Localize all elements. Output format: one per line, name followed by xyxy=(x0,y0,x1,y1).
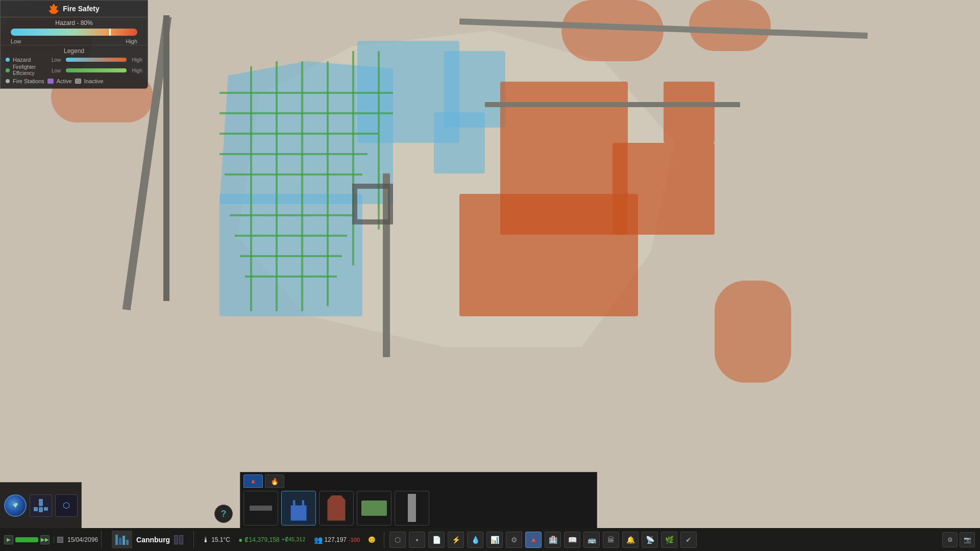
money-stat: ● ₡14,379,158 +₡45,312 xyxy=(238,536,306,544)
date-display: 15/04/2096 xyxy=(67,536,98,543)
inactive-station-icon xyxy=(75,79,81,84)
population-change: -100 xyxy=(349,537,360,543)
toolbar-tab-fire[interactable]: 🔺 xyxy=(243,474,263,488)
road-v-5 xyxy=(352,51,354,265)
info-icon-zoning[interactable]: ⬡ xyxy=(389,532,406,548)
freeway-2 xyxy=(163,15,169,301)
efficiency-legend-label: Firefighter Efficiency xyxy=(13,64,48,77)
info-icon-parks[interactable]: 🏛 xyxy=(603,532,619,548)
happiness-icon: 😊 xyxy=(368,536,376,543)
road-h-9 xyxy=(245,276,337,278)
mini-bldg-3 xyxy=(44,507,48,511)
road-h-2 xyxy=(219,112,393,114)
info-icon-overlay[interactable]: ✔ xyxy=(680,532,697,548)
info-icon-districts[interactable]: ▪ xyxy=(409,532,425,548)
info-icon-electricity[interactable]: ⚡ xyxy=(448,532,464,548)
fire-station-icon xyxy=(287,495,310,521)
hazard-gradient xyxy=(66,58,127,62)
pop-graph-col-2 xyxy=(179,535,183,544)
tree-cluster-top-right-2 xyxy=(689,0,771,51)
speed-bar[interactable] xyxy=(15,537,38,542)
temperature-value: 15.1°C xyxy=(211,536,230,543)
hazard-label-row: Hazard - 80% xyxy=(1,17,148,28)
road-v-4 xyxy=(327,61,329,306)
hazard-low-label: Low xyxy=(11,38,21,44)
info-icon-water[interactable]: 💧 xyxy=(467,532,483,548)
fast-forward-button[interactable]: ▶▶ xyxy=(40,535,50,544)
play-button[interactable]: ▶ xyxy=(4,535,13,544)
info-icon-transport[interactable]: 🚌 xyxy=(583,532,600,548)
legend-row-hazard: Hazard Low High xyxy=(6,57,142,63)
fire-depot-icon xyxy=(361,500,387,516)
district-mini-icon[interactable]: ⬡ xyxy=(55,494,78,517)
panel-header: Fire Safety xyxy=(1,1,148,17)
info-icon-nature[interactable]: 🌿 xyxy=(661,532,677,548)
fire-stations-row: Fire Stations Active Inactive xyxy=(6,78,142,84)
building-toolbar: 🔺 🔥 xyxy=(240,472,597,528)
toolbar-tabs-row: 🔺 🔥 xyxy=(240,472,597,488)
efficiency-gradient xyxy=(66,68,127,72)
tree-cluster-bottom-right xyxy=(715,281,791,383)
empty-slot-icon xyxy=(250,506,272,511)
freeway-h-2 xyxy=(485,102,740,107)
road-h-1 xyxy=(219,92,393,94)
skyline-4 xyxy=(126,540,129,545)
info-icon-industry[interactable]: ⚙ xyxy=(506,532,522,548)
skyline-3 xyxy=(122,536,125,545)
money-value: ₡14,379,158 xyxy=(244,536,279,543)
info-icon-health[interactable]: 🏥 xyxy=(545,532,561,548)
building-item-fire-depot[interactable] xyxy=(357,491,391,525)
info-icon-garbage[interactable]: 📊 xyxy=(486,532,503,548)
info-icon-fire[interactable]: 🔺 xyxy=(525,532,542,548)
hazard-legend-label: Hazard xyxy=(13,57,48,63)
road-v-2 xyxy=(276,61,278,311)
mini-buildings-row xyxy=(34,507,48,512)
city-skyline-mini xyxy=(115,535,129,545)
help-button[interactable]: ? xyxy=(214,505,233,523)
building-item-fire-station[interactable] xyxy=(281,491,316,525)
road-h-5 xyxy=(225,173,362,176)
settings-button[interactable]: ⚙ xyxy=(942,532,958,547)
globe-icon[interactable]: 🌍 xyxy=(4,494,27,517)
fire-safety-icon xyxy=(48,4,59,14)
info-icons-row: ⬡ ▪ 📄 ⚡ 💧 📊 ⚙ 🔺 🏥 📖 🚌 🏛 🔔 📡 🌿 ✔ xyxy=(384,532,702,548)
city-mini-icon[interactable] xyxy=(30,494,52,517)
skyline-1 xyxy=(115,535,118,545)
population-value: 127,197 xyxy=(325,536,347,543)
population-icon: 👥 xyxy=(314,536,323,544)
legend-row-efficiency: Firefighter Efficiency Low High xyxy=(6,64,142,77)
date-area: 15/04/2096 xyxy=(54,536,101,543)
road-v-1 xyxy=(250,66,252,311)
right-icons: ⚙ 📷 xyxy=(942,532,980,547)
active-station-icon xyxy=(47,79,54,84)
skyline-2 xyxy=(119,538,121,545)
city-name-area: Cannburg xyxy=(101,531,194,548)
screenshot-button[interactable]: 📷 xyxy=(960,532,975,547)
building-item-fire-house[interactable] xyxy=(319,491,354,525)
building-item-empty[interactable] xyxy=(243,491,278,525)
freeway-h-1 xyxy=(459,18,868,39)
hazard-high-zone-2 xyxy=(459,194,638,316)
hazard-labels: Low High xyxy=(1,38,148,45)
info-icon-education[interactable]: 📖 xyxy=(564,532,580,548)
watch-tower-icon xyxy=(408,494,416,522)
legend-section: Legend Hazard Low High Firefighter Effic… xyxy=(1,45,148,88)
money-change: +₡45,312 xyxy=(282,536,306,543)
minimap-area: 🌍 ⬡ xyxy=(0,482,82,528)
info-icon-roads[interactable]: 📄 xyxy=(428,532,445,548)
road-h-4 xyxy=(219,153,368,155)
info-icon-noise[interactable]: 📡 xyxy=(642,532,658,548)
hazard-high-zone-3 xyxy=(612,143,715,235)
hazard-bar-container xyxy=(1,28,148,38)
toolbar-tab-other[interactable]: 🔥 xyxy=(265,474,284,488)
hazard-bar-indicator xyxy=(109,29,111,36)
city-name: Cannburg xyxy=(136,536,170,544)
pop-graph-col xyxy=(174,535,178,544)
population-graph-mini xyxy=(174,535,183,544)
play-controls: ▶ ▶▶ xyxy=(0,535,54,544)
building-item-watch-tower[interactable] xyxy=(395,491,429,525)
fire-safety-panel: Fire Safety Hazard - 80% Low High Legend… xyxy=(0,0,148,89)
info-icon-police[interactable]: 🔔 xyxy=(622,532,639,548)
efficiency-legend-dot xyxy=(6,68,10,72)
mini-building-tall xyxy=(39,499,43,506)
